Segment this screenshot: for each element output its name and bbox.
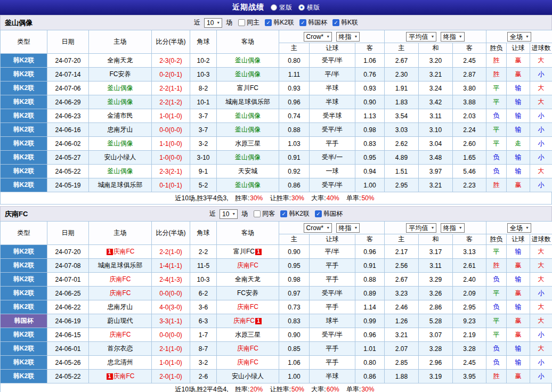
odds2-final-select[interactable]: 终指▼ (441, 223, 465, 233)
red-card-badge: 1 (107, 373, 113, 380)
summary-stat-value: 50% (291, 386, 304, 392)
filter-checkbox-同主[interactable]: 同主 (238, 18, 259, 27)
page-title: 近期战绩 (232, 3, 264, 12)
checkbox-checked-icon[interactable]: ✓ (299, 19, 306, 26)
odds-home-cell: 1.00 (279, 370, 310, 383)
away-team-cell: 城南足球俱乐部 (217, 95, 279, 109)
topbar: 近期战绩 竖版 横版 (0, 0, 552, 15)
match-count-select[interactable]: 10▼ (204, 18, 222, 28)
bookmaker-select[interactable]: Crow*▼ (304, 223, 332, 233)
goals-result-cell: 小 (530, 109, 552, 123)
date-cell: 24-06-02 (47, 137, 89, 151)
radio-option-horizontal[interactable]: 横版 (298, 3, 320, 12)
filter-checkbox-韩K联[interactable]: ✓韩K联 (332, 18, 358, 27)
date-cell: 24-06-23 (47, 109, 89, 123)
bookmaker-select[interactable]: Crow*▼ (304, 32, 332, 42)
filter-checkbox-韩国杯[interactable]: ✓韩国杯 (299, 18, 327, 27)
filter-checkbox-韩国杯[interactable]: ✓韩国杯 (315, 209, 343, 218)
away-team-name: 水原三星 (235, 331, 261, 338)
corner-cell: 9-1 (190, 165, 217, 178)
score-cell: 0-0(0-0) (152, 123, 190, 137)
odds1-final-select[interactable]: 终指▼ (336, 223, 360, 233)
odds-home-cell: 0.91 (279, 151, 310, 165)
home-team-cell: 釜山偶像 (89, 137, 152, 151)
avg-draw-cell: 5.28 (419, 314, 453, 328)
filter-options: 同客✓韩K2联✓韩国杯 (254, 209, 343, 218)
home-team-name: 忠南牙山 (108, 303, 133, 311)
date-cell: 24-07-20 (47, 245, 89, 259)
away-team-name: 釜山偶像 (235, 126, 261, 133)
summary-stat: 单率:50% (346, 194, 374, 202)
average-select[interactable]: 平均值▼ (406, 223, 436, 233)
scope-select[interactable]: 全场▼ (507, 223, 531, 233)
col-header-odds1-away: 客 (355, 234, 385, 245)
summary-row: 近10场,胜2平4负4, 胜率:20% 让胜率:50% 大率:60% 单率:30… (0, 383, 552, 392)
league-cell: 韩K2联 (1, 328, 47, 342)
home-team-cell: 庆南FC (89, 273, 152, 287)
section-header: 庆南FC 近 10▼ 场 同客✓韩K2联✓韩国杯 (0, 206, 552, 221)
filter-checkbox-韩K2联[interactable]: ✓韩K2联 (265, 18, 294, 27)
result-cell: 胜 (486, 54, 507, 68)
radio-icon[interactable] (298, 4, 305, 11)
away-team-name: 城南足球俱乐部 (225, 98, 270, 105)
odds-handicap-cell: 受平/半 (310, 178, 355, 192)
avg-away-cell: 2.09 (453, 287, 486, 300)
odds-home-cell: 1.03 (279, 137, 310, 151)
checkbox-unchecked-icon[interactable] (254, 210, 261, 217)
odds1-final-select[interactable]: 终指▼ (336, 32, 360, 42)
away-team-cell: 庆南FC (217, 300, 279, 314)
date-cell: 24-07-06 (47, 81, 89, 95)
date-cell: 24-06-29 (47, 95, 89, 109)
date-cell: 24-06-15 (47, 328, 89, 342)
avg-away-cell: 2.60 (453, 137, 486, 151)
odds-home-cell: 0.90 (279, 328, 310, 342)
odds2-final-select[interactable]: 终指▼ (441, 32, 465, 42)
match-row: 韩K2联24-07-20全南天龙2-3(0-2)10-2釜山偶像0.80受平/半… (1, 54, 552, 68)
avg-draw-cell: 3.19 (419, 370, 453, 383)
corner-cell: 3-10 (190, 151, 217, 165)
checkbox-checked-icon[interactable]: ✓ (332, 19, 339, 26)
average-select[interactable]: 平均值▼ (406, 32, 436, 42)
match-row: 韩K2联24-06-01首尔衣恋2-1(1-0)8-7庆南FC0.85平手1.0… (1, 342, 552, 356)
summary-stat: 大率:60% (311, 386, 339, 392)
odds-handicap-cell: 半球 (310, 95, 355, 109)
result-header: 全场▼ (486, 30, 552, 43)
league-cell: 韩K2联 (1, 356, 47, 370)
handicap-result-cell: 输 (507, 342, 530, 356)
score-cell: 0-0(0-0) (152, 328, 190, 342)
handicap-result-cell: 输 (507, 356, 530, 370)
bookmaker-select-value: Crow* (306, 224, 324, 232)
odds-home-cell: 0.97 (279, 287, 310, 300)
checkbox-checked-icon[interactable]: ✓ (280, 210, 287, 217)
checkbox-checked-icon[interactable]: ✓ (315, 210, 322, 217)
checkbox-checked-icon[interactable]: ✓ (265, 19, 272, 26)
league-cell: 韩国杯 (1, 314, 47, 328)
avg-draw-cell: 2.96 (419, 356, 453, 370)
date-cell: 24-05-22 (47, 370, 89, 383)
radio-icon[interactable] (271, 4, 277, 11)
match-row: 韩K2联24-06-22忠南牙山4-0(3-0)3-6庆南FC0.73平手1.1… (1, 300, 552, 314)
away-team-cell: 全南天龙 (217, 273, 279, 287)
avg-draw-cell: 3.20 (419, 54, 453, 68)
odds1-final-select-value: 终指 (339, 33, 352, 40)
corner-cell: 6-2 (190, 287, 217, 300)
filter-checkbox-韩K2联[interactable]: ✓韩K2联 (280, 209, 310, 218)
radio-option-vertical[interactable]: 竖版 (271, 3, 292, 12)
odds-home-cell: 0.95 (279, 259, 310, 273)
home-team-cell: 城南足球俱乐部 (89, 259, 152, 273)
match-count-select[interactable]: 10▼ (220, 209, 238, 219)
league-cell: 韩K2联 (1, 54, 47, 68)
scope-select[interactable]: 全场▼ (507, 32, 531, 42)
col-header-home: 主场 (89, 30, 152, 54)
filter-checkbox-同客[interactable]: 同客 (254, 209, 275, 218)
odds-handicap-cell: 平/半 (310, 245, 355, 259)
summary-record: 近10场,胜2平4负4, (175, 386, 229, 392)
col-header-result: 胜负 (486, 43, 507, 54)
away-team-name: 安山小绿人 (232, 372, 264, 380)
checkbox-unchecked-icon[interactable] (238, 19, 245, 26)
league-cell: 韩K2联 (1, 342, 47, 356)
odds-handicap-cell: 一球 (310, 165, 355, 178)
odds-home-cell: 0.98 (279, 273, 310, 287)
chevron-down-icon: ▼ (459, 33, 462, 40)
odds-away-cell: 1.00 (355, 178, 385, 192)
